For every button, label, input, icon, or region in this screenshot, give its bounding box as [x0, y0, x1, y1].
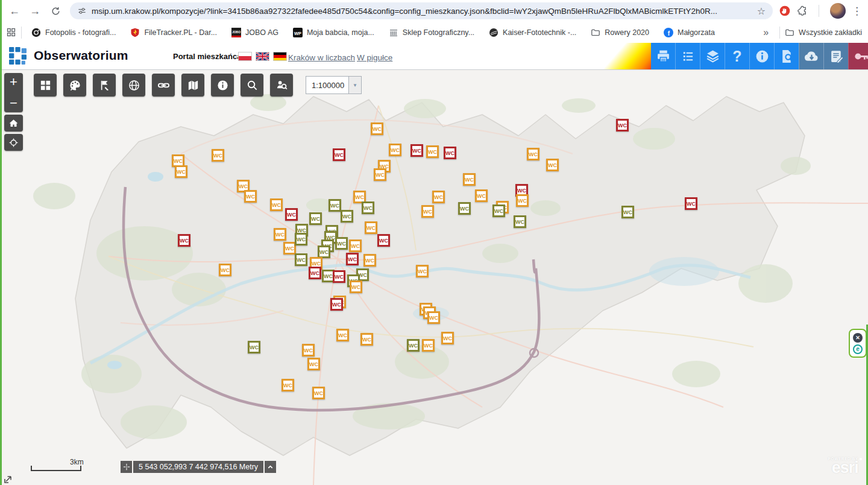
help-button[interactable]: ? [725, 43, 749, 69]
wc-marker[interactable]: WC [360, 333, 373, 346]
wc-marker[interactable]: WC [309, 267, 321, 279]
widget-close-icon[interactable]: ✕ [853, 333, 863, 343]
bookmark-item[interactable]: Rowery 2020 [591, 28, 649, 37]
wc-marker[interactable]: WC [178, 234, 190, 247]
map-canvas[interactable] [0, 69, 868, 485]
wc-marker[interactable]: WC [283, 242, 296, 255]
forward-icon[interactable]: → [27, 2, 43, 19]
wc-marker[interactable]: WC [685, 197, 697, 210]
wc-marker[interactable]: WC [463, 173, 476, 186]
bookmark-item[interactable]: FileTracker.PL - Dar... [130, 28, 217, 37]
wc-marker[interactable]: WC [302, 344, 315, 357]
wc-marker[interactable]: WC [330, 298, 343, 311]
back-icon[interactable]: ← [6, 2, 23, 19]
bookmark-item[interactable]: WPMoja babcia, moja... [293, 28, 374, 37]
wc-marker[interactable]: WC [416, 265, 429, 277]
wc-marker[interactable]: WC [248, 341, 260, 353]
bookmark-star-icon[interactable]: ☆ [757, 5, 766, 17]
wc-marker[interactable]: WC [441, 332, 454, 344]
extensions-puzzle-icon[interactable] [797, 5, 808, 16]
zoom-in-button[interactable]: + [10, 74, 17, 90]
compositions-tool-button[interactable] [34, 74, 57, 97]
wc-marker[interactable]: WC [333, 270, 345, 283]
wc-marker[interactable]: WC [365, 221, 377, 234]
wc-marker[interactable]: WC [616, 119, 629, 132]
wc-marker[interactable]: WC [363, 254, 376, 267]
wc-marker[interactable]: WC [422, 339, 435, 352]
site-settings-icon[interactable] [77, 6, 87, 16]
styles-tool-button[interactable] [63, 74, 86, 97]
basemaps-tool-button[interactable] [181, 74, 204, 97]
obserwatorium-logo-icon[interactable] [8, 46, 27, 65]
user-search-tool-button[interactable] [270, 74, 293, 97]
wc-marker[interactable]: WC [175, 165, 187, 178]
resize-handle-icon[interactable] [4, 474, 13, 484]
wc-marker[interactable]: WC [295, 233, 307, 246]
info-tool-button[interactable] [211, 74, 234, 97]
wc-marker[interactable]: WC [219, 264, 231, 276]
notes-button[interactable] [823, 43, 848, 69]
widget-e-badge-icon[interactable]: e [853, 344, 863, 354]
bookmark-item[interactable]: Kaiser-Fototechnik -... [489, 28, 576, 37]
language-flag-germany[interactable] [274, 52, 286, 60]
wc-marker[interactable]: WC [212, 149, 224, 162]
all-bookmarks-button[interactable]: Wszystkie zakładki [785, 28, 862, 37]
wc-marker[interactable]: WC [285, 208, 298, 221]
wc-marker[interactable]: WC [410, 144, 423, 157]
wc-marker[interactable]: WC [444, 147, 456, 159]
wc-marker[interactable]: WC [475, 189, 488, 202]
wc-marker[interactable]: WC [244, 190, 257, 203]
wc-marker[interactable]: WC [377, 234, 390, 247]
themes-tool-button[interactable] [93, 74, 116, 97]
login-key-button[interactable] [848, 43, 868, 69]
wc-marker[interactable]: WC [349, 239, 362, 252]
download-cloud-button[interactable] [799, 43, 823, 69]
profile-avatar[interactable] [830, 3, 846, 19]
wc-marker[interactable]: WC [333, 148, 345, 161]
bookmark-item[interactable]: JOBOJOBO AG [231, 28, 278, 37]
wc-marker[interactable]: WC [335, 237, 348, 250]
bookmarks-overflow-chevron[interactable]: » [757, 27, 775, 38]
scale-dropdown-caret[interactable]: ▼ [349, 76, 362, 94]
wc-marker[interactable]: WC [492, 204, 505, 217]
wc-marker[interactable]: WC [458, 202, 471, 215]
scale-select[interactable]: 1:100000 [306, 76, 349, 94]
home-extent-button[interactable] [4, 115, 23, 132]
locate-button[interactable] [4, 134, 23, 151]
wc-marker[interactable]: WC [350, 281, 362, 293]
wc-marker[interactable]: WC [516, 194, 529, 207]
wc-marker[interactable]: WC [426, 145, 439, 158]
wc-marker[interactable]: WC [621, 206, 634, 218]
reload-icon[interactable] [47, 2, 64, 19]
wc-marker[interactable]: WC [309, 212, 322, 225]
wc-marker[interactable]: WC [546, 159, 559, 171]
browser-menu-icon[interactable]: ⋮ [852, 5, 862, 17]
coordinates-crosshair-icon[interactable] [121, 461, 132, 473]
wc-marker[interactable]: WC [374, 168, 386, 181]
wc-marker[interactable]: WC [341, 210, 353, 223]
blocker-extension-icon[interactable] [779, 5, 791, 17]
search-tool-button[interactable] [241, 74, 263, 97]
wc-marker[interactable]: WC [281, 379, 294, 391]
share-link-tool-button[interactable] [152, 74, 175, 97]
info-button[interactable] [749, 43, 774, 69]
link-krakow-w-liczbach[interactable]: Kraków w liczbach [288, 53, 355, 62]
language-flag-uk[interactable] [256, 52, 269, 60]
wc-marker[interactable]: WC [371, 122, 383, 135]
wc-marker[interactable]: WC [389, 144, 401, 156]
wc-marker[interactable]: WC [274, 228, 286, 241]
wc-marker[interactable]: WC [329, 199, 341, 212]
legend-list-button[interactable] [675, 43, 700, 69]
wc-marker[interactable]: WC [318, 246, 330, 258]
wc-marker[interactable]: WC [427, 311, 440, 324]
globe-tool-button[interactable] [122, 74, 145, 97]
zoom-out-button[interactable]: − [10, 95, 17, 111]
wc-marker[interactable]: WC [362, 201, 374, 214]
print-button[interactable] [651, 43, 675, 69]
bookmark-item[interactable]: Sklep Fotograficzny... [389, 28, 474, 37]
wc-marker[interactable]: WC [307, 358, 320, 370]
wc-marker[interactable]: WC [514, 215, 526, 228]
wc-marker[interactable]: WC [432, 191, 445, 203]
wc-marker[interactable]: WC [270, 198, 283, 211]
wc-marker[interactable]: WC [295, 253, 307, 266]
